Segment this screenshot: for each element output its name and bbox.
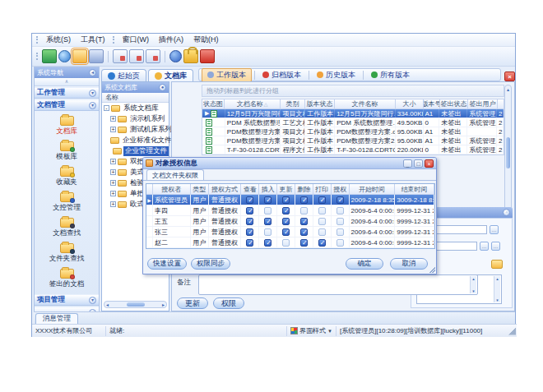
nav-item-6[interactable]: 签出的文档 <box>49 266 85 289</box>
menu-item-0[interactable]: 系统(S) <box>41 34 76 46</box>
browser-globe-icon[interactable] <box>58 50 71 62</box>
checkbox-checked[interactable] <box>246 207 253 214</box>
window-refresh-icon[interactable] <box>129 49 144 63</box>
scroll-left-icon[interactable]: ◂ <box>106 302 109 307</box>
dialog-titlebar[interactable]: 对象授权信息 _ □ × <box>143 158 436 169</box>
nav-item-5[interactable]: 文件夹查找 <box>49 241 85 264</box>
dialog-resize-grip[interactable] <box>429 266 435 273</box>
authorization-column-header-7[interactable]: 打印 <box>313 184 332 195</box>
tab-doc-folder-permissions[interactable]: 文档文件夹权限 <box>146 169 204 180</box>
nav-section-2[interactable]: 项目管理▾ <box>35 294 99 306</box>
textarea-scrollbar[interactable]: ▴▾ <box>470 276 476 293</box>
authorization-row[interactable]: 赵二用户普通授权2009-6-4 0:00:009999-12-31 23:59… <box>146 238 434 248</box>
column-header-4[interactable]: 文件名称 <box>335 99 396 109</box>
window-stamp-icon[interactable] <box>146 49 160 63</box>
table-row[interactable]: PDM 系统数据整理检…工艺文档工作版本PDM 系统数据整理…49.50KB0未… <box>202 118 504 127</box>
views-card-icon[interactable] <box>89 49 104 63</box>
checkbox-checked[interactable] <box>282 196 290 204</box>
chevron-down-icon[interactable]: ▾ <box>89 297 96 304</box>
cancel-button[interactable]: 取消 <box>390 258 428 270</box>
tree-item-0[interactable]: -系统文档库 <box>102 103 169 113</box>
column-header-7[interactable]: 签出状态 <box>440 99 468 109</box>
grid-vertical-scrollbar[interactable]: ▴ ▾ <box>504 85 512 221</box>
table-row[interactable]: PDM数据整理方案2.doc项目文档工作版本PDM数据整理方案2.doc95.0… <box>202 136 504 145</box>
open-folder-button[interactable] <box>491 260 503 269</box>
version-button-3[interactable]: 所有版本 <box>366 69 415 81</box>
checkbox-checked[interactable] <box>300 196 308 204</box>
checkbox-checked[interactable] <box>264 196 272 204</box>
chevron-down-icon[interactable]: ▾ <box>89 102 96 109</box>
close-icon[interactable]: × <box>425 159 434 168</box>
checkbox-checked[interactable] <box>336 196 344 204</box>
ellipsis-button[interactable]: … <box>490 225 499 234</box>
nav-item-0[interactable]: 文档库 <box>56 113 77 136</box>
authorization-column-header-2[interactable]: 授权方式 <box>209 184 242 195</box>
window-mail-icon[interactable] <box>113 49 128 63</box>
table-row[interactable]: ▶12月5日万兴隆同行…项目文档工作版本12月5日万兴隆同行…334.00KBA… <box>202 109 504 118</box>
permission-button[interactable]: 权限 <box>213 297 244 309</box>
update-button[interactable]: 更新 <box>177 297 208 309</box>
nav-scroll-up-strip[interactable]: ∧ <box>35 78 99 86</box>
permission-sync-button[interactable]: 权限同步 <box>191 258 230 270</box>
ellipsis-button[interactable]: … <box>491 242 500 251</box>
tree-expander-icon[interactable]: + <box>110 201 116 207</box>
version-button-0[interactable]: 工作版本 <box>202 68 252 82</box>
tree-expander-icon[interactable]: + <box>110 159 116 164</box>
tree-pin-button[interactable]: ● <box>159 84 166 91</box>
checkbox-unchecked[interactable] <box>336 228 344 236</box>
authorization-row[interactable]: ▶系统管理员用户普通授权2009-2-18 8:35:573009-2-18 8… <box>146 195 434 205</box>
checkbox-checked[interactable] <box>246 196 253 204</box>
scroll-up-icon[interactable]: ▴ <box>507 86 509 92</box>
ok-button[interactable]: 确定 <box>346 258 383 270</box>
checkbox-checked[interactable] <box>246 228 253 236</box>
remark-textarea[interactable]: ▴▾ <box>198 274 478 295</box>
checkbox-unchecked[interactable] <box>318 207 326 214</box>
nav-item-1[interactable]: 模板库 <box>56 139 77 162</box>
tree-horizontal-scrollbar[interactable]: ◂ ▸ <box>104 301 167 308</box>
ellipsis-button[interactable]: … <box>480 242 489 251</box>
system-monitor-icon[interactable] <box>42 49 57 63</box>
checkbox-unchecked[interactable] <box>336 239 344 247</box>
exit-icon[interactable] <box>200 49 215 63</box>
minimize-icon[interactable]: _ <box>403 159 412 168</box>
checkbox-unchecked[interactable] <box>318 228 326 236</box>
authorization-column-header-3[interactable]: 查看 <box>241 184 259 195</box>
version-button-1[interactable]: 归档版本 <box>258 69 306 81</box>
column-header-6[interactable]: 版本号 <box>424 99 440 109</box>
checkbox-unchecked[interactable] <box>336 207 344 214</box>
checkbox-checked[interactable] <box>318 196 326 204</box>
nav-section-0[interactable]: 工作管理▾ <box>35 87 99 99</box>
nav-item-3[interactable]: 文控管理 <box>53 190 81 213</box>
checkbox-checked[interactable] <box>300 239 308 247</box>
textarea-scrollbar[interactable]: ▴▾ <box>494 276 500 302</box>
checkbox-unchecked[interactable] <box>300 207 308 214</box>
authorization-column-header-9[interactable]: 开始时间 <box>350 184 396 195</box>
checkbox-unchecked[interactable] <box>264 207 272 214</box>
checkbox-checked[interactable] <box>300 228 308 236</box>
open-folder-icon[interactable] <box>72 49 87 63</box>
checkbox-checked[interactable] <box>318 239 326 247</box>
tree-item-2[interactable]: +测试机床系列 <box>102 124 169 135</box>
tree-expander-icon[interactable]: + <box>110 180 116 186</box>
tree-item-4[interactable]: 企业管理文件 <box>102 145 169 156</box>
checkbox-checked[interactable] <box>264 239 272 247</box>
column-header-3[interactable]: 版本状态 <box>305 99 335 109</box>
column-header-1[interactable]: 文档名称△ <box>225 99 281 109</box>
authorization-row[interactable]: 王五用户普通授权2009-6-4 0:00:009999-12-31 23:59… <box>146 216 434 227</box>
close-tab-button[interactable]: × <box>504 71 515 81</box>
checkbox-checked[interactable] <box>282 218 290 225</box>
tree-column-header[interactable]: 名称 <box>102 93 169 103</box>
tree-expander-icon[interactable]: + <box>110 127 116 132</box>
nav-item-2[interactable]: 收藏夹 <box>56 164 77 187</box>
version-button-2[interactable]: 历史版本 <box>312 69 360 81</box>
tree-expander-icon[interactable]: - <box>104 105 109 111</box>
checkbox-checked[interactable] <box>282 228 290 236</box>
ui-style-dropdown[interactable]: 界面样式 ▼ <box>287 326 336 336</box>
tree-expander-icon[interactable]: + <box>110 116 116 122</box>
menu-item-1[interactable]: 工具(T) <box>76 34 110 46</box>
authorization-column-header-5[interactable]: 更新 <box>277 184 295 195</box>
authorization-column-header-10[interactable]: 结束时间 <box>395 184 434 195</box>
scroll-thumb[interactable] <box>127 302 145 307</box>
tab-start-page[interactable]: 起始页 <box>101 69 146 81</box>
authorization-column-header-4[interactable]: 插入 <box>259 184 277 195</box>
